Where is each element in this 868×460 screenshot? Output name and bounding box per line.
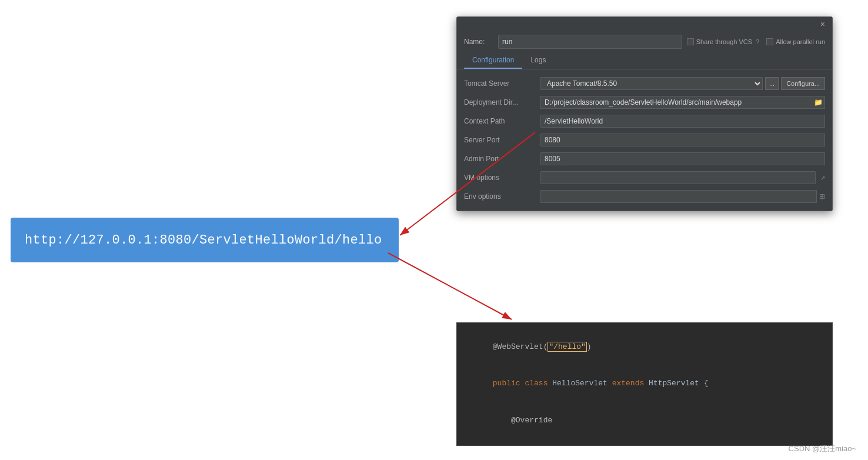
env-options-label: Env options	[464, 192, 540, 201]
context-path-row: Context Path	[457, 112, 832, 131]
allow-parallel-checkbox[interactable]	[766, 38, 773, 45]
url-banner: http://127.0.0.1:8080/ServletHelloWorld/…	[11, 218, 399, 262]
config-dialog: × Name: Share through VCS ? Allow parall…	[456, 16, 833, 211]
tomcat-server-label: Tomcat Server	[464, 79, 540, 88]
close-button[interactable]: ×	[818, 19, 827, 29]
configure-button[interactable]: Configura...	[781, 77, 825, 90]
tomcat-select-group: Apache Tomcat/8.5.50 ... Configura...	[540, 77, 825, 90]
admin-port-input[interactable]	[540, 152, 825, 165]
deployment-dir-label: Deployment Dir...	[464, 98, 540, 106]
code-line-4: protected void doGet(HttpServletRequest …	[465, 439, 824, 446]
tomcat-server-select[interactable]: Apache Tomcat/8.5.50	[540, 77, 763, 90]
admin-port-row: Admin Port	[457, 149, 832, 168]
tomcat-dots-button[interactable]: ...	[765, 77, 779, 90]
admin-port-label: Admin Port	[464, 155, 540, 163]
arrow-url-to-code	[388, 253, 512, 319]
share-vcs-checkbox[interactable]	[687, 38, 694, 45]
share-vcs-label: Share through VCS	[696, 38, 752, 45]
name-label: Name:	[464, 38, 493, 46]
server-port-input[interactable]	[540, 134, 825, 146]
server-port-label: Server Port	[464, 136, 540, 144]
env-options-input[interactable]	[540, 190, 817, 203]
tab-configuration[interactable]: Configuration	[464, 52, 522, 69]
allow-parallel-label: Allow parallel run	[776, 38, 825, 45]
code-line-3: @Override	[465, 402, 824, 439]
server-port-row: Server Port	[457, 131, 832, 149]
table-icon[interactable]: ⊞	[819, 192, 825, 201]
name-row: Name: Share through VCS ? Allow parallel…	[457, 31, 832, 52]
expand-icon: ↗	[820, 175, 825, 181]
code-line-2: public class HelloServlet extends HttpSe…	[465, 365, 824, 402]
code-panel: @WebServlet("/hello") public class Hello…	[456, 322, 833, 446]
deployment-dir-row: Deployment Dir... 📁	[457, 93, 832, 112]
context-path-input[interactable]	[540, 115, 825, 128]
deployment-dir-input[interactable]	[540, 96, 825, 109]
tomcat-server-row: Tomcat Server Apache Tomcat/8.5.50 ... C…	[457, 74, 832, 93]
config-form: Tomcat Server Apache Tomcat/8.5.50 ... C…	[457, 69, 832, 211]
help-icon: ?	[756, 38, 759, 45]
vm-options-wrapper: ↗	[540, 171, 825, 184]
allow-parallel-item: Allow parallel run	[766, 38, 825, 45]
code-line-1: @WebServlet("/hello")	[465, 329, 824, 365]
name-input[interactable]	[498, 35, 682, 49]
vm-options-row: VM options ↗	[457, 168, 832, 187]
code-content: @WebServlet("/hello") public class Hello…	[457, 323, 832, 446]
vm-options-input[interactable]	[540, 171, 816, 184]
tabs: Configuration Logs	[457, 52, 832, 69]
share-vcs-item: Share through VCS ?	[687, 38, 760, 45]
checkbox-group: Share through VCS ? Allow parallel run	[687, 38, 825, 45]
deployment-dir-input-wrapper: 📁	[540, 96, 825, 109]
url-text: http://127.0.0.1:8080/ServletHelloWorld/…	[25, 233, 382, 248]
env-options-wrapper: ⊞	[540, 190, 825, 203]
env-options-row: Env options ⊞	[457, 187, 832, 206]
vm-options-label: VM options	[464, 174, 540, 182]
tab-logs[interactable]: Logs	[522, 52, 554, 69]
folder-icon: 📁	[814, 98, 823, 106]
title-bar: ×	[457, 17, 832, 31]
watermark: CSDN @汪汪miao~	[789, 444, 856, 454]
context-path-label: Context Path	[464, 117, 540, 125]
